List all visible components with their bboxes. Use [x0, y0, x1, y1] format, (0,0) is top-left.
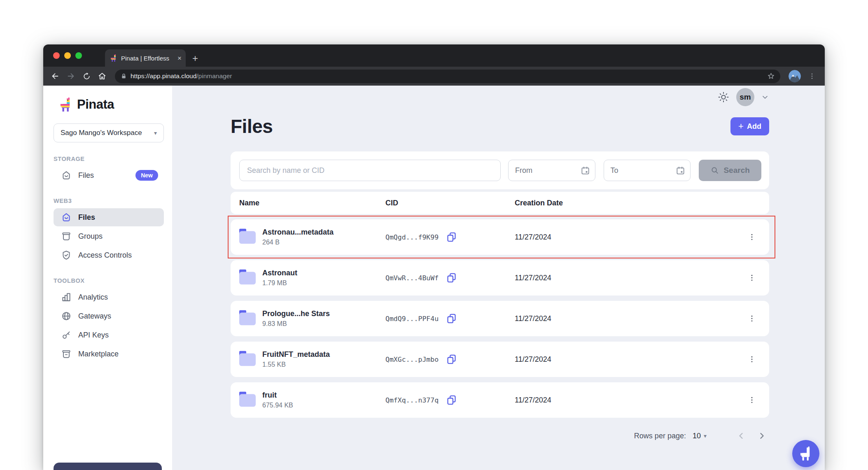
rows-per-page-select[interactable]: 10 ▾: [693, 432, 707, 440]
calendar-icon[interactable]: [581, 166, 590, 175]
sidebar-item-label: Analytics: [78, 293, 108, 302]
copy-cid-icon[interactable]: [446, 354, 457, 365]
pinata-logo[interactable]: Pinata: [43, 96, 172, 113]
search-icon: [710, 166, 719, 175]
copy-cid-icon[interactable]: [446, 232, 457, 243]
user-avatar[interactable]: sm: [736, 88, 754, 106]
shield-check-icon: [61, 250, 72, 261]
rows-per-page-label: Rows per page:: [634, 432, 686, 440]
tab-close-icon[interactable]: ×: [177, 55, 182, 62]
creation-date: 11/27/2024: [515, 314, 551, 323]
row-menu-kebab-icon[interactable]: [748, 396, 756, 404]
theme-toggle-sun-icon[interactable]: [717, 91, 730, 103]
creation-date: 11/27/2024: [515, 396, 551, 405]
table-row[interactable]: fruit 675.94 KB QmfXq...n377q 11/27/2024: [231, 382, 769, 418]
file-name: fruit: [262, 391, 293, 400]
sidebar-item-label: Gateways: [78, 312, 111, 321]
reload-icon[interactable]: [79, 69, 93, 83]
filter-bar: From To: [231, 151, 769, 189]
creation-date: 11/27/2024: [515, 355, 551, 364]
to-placeholder: To: [611, 166, 676, 175]
previous-page-icon[interactable]: [736, 431, 746, 441]
date-to-field[interactable]: To: [604, 160, 691, 181]
sidebar-item-marketplace[interactable]: Marketplace: [54, 345, 164, 363]
tab-favicon-pinata-icon: [110, 54, 117, 62]
main-area: sm Files + Add: [172, 86, 825, 470]
files-icon: [61, 212, 72, 223]
calendar-icon[interactable]: [676, 166, 685, 175]
sidebar-item-api-keys[interactable]: API Keys: [54, 326, 164, 344]
window-controls: [43, 44, 91, 67]
browser-tab[interactable]: Pinata | Effortless ×: [105, 49, 186, 67]
copy-cid-icon[interactable]: [446, 313, 457, 324]
page-title: Files: [231, 115, 273, 137]
next-page-icon[interactable]: [757, 431, 767, 441]
add-button[interactable]: + Add: [730, 117, 769, 135]
new-tab-button[interactable]: +: [192, 54, 198, 63]
sidebar-bottom-button[interactable]: [54, 463, 162, 470]
section-storage: STORAGE: [54, 156, 172, 162]
file-size: 675.94 KB: [262, 402, 293, 409]
column-cid: CID: [385, 199, 398, 207]
folder-icon: [239, 392, 256, 409]
search-button[interactable]: Search: [699, 160, 761, 181]
sidebar-item-label: Marketplace: [78, 350, 119, 358]
row-menu-kebab-icon[interactable]: [748, 233, 756, 241]
section-web3: WEB3: [54, 198, 172, 204]
sidebar-item-label: Access Controls: [78, 251, 132, 260]
chevron-down-icon: ▾: [704, 433, 707, 439]
browser-window: Pinata | Effortless × +: [43, 44, 825, 470]
sidebar-item-access-controls[interactable]: Access Controls: [54, 246, 164, 264]
lock-icon: [121, 73, 127, 79]
address-bar[interactable]: https://app.pinata.cloud/pinmanager: [115, 70, 780, 83]
sidebar-item-gateways[interactable]: Gateways: [54, 307, 164, 325]
search-input[interactable]: [239, 160, 501, 181]
zoom-window-button[interactable]: [75, 52, 82, 59]
column-creation-date: Creation Date: [515, 199, 563, 207]
copy-cid-icon[interactable]: [446, 395, 457, 406]
table-row[interactable]: Astronau...metadata 264 B QmQgd...f9K99 …: [231, 219, 769, 255]
date-from-field[interactable]: From: [508, 160, 595, 181]
sidebar-item-files-web3[interactable]: Files: [54, 208, 164, 226]
back-icon[interactable]: [48, 69, 62, 83]
sidebar-item-groups[interactable]: Groups: [54, 227, 164, 245]
browser-profile-avatar[interactable]: [789, 70, 801, 82]
row-menu-kebab-icon[interactable]: [748, 314, 756, 323]
file-name: Prologue...he Stars: [262, 309, 330, 318]
logo-text: Pinata: [77, 97, 114, 112]
pinata-chat-fab[interactable]: [792, 440, 819, 467]
sidebar-item-analytics[interactable]: Analytics: [54, 288, 164, 306]
folder-icon: [239, 351, 256, 368]
copy-cid-icon[interactable]: [446, 272, 457, 284]
table-row[interactable]: FruitNFT_metadata 1.55 KB QmXGc...pJmbo …: [231, 342, 769, 377]
file-cid: QmXGc...pJmbo: [385, 356, 439, 363]
sidebar-item-label: Files: [78, 213, 95, 222]
from-placeholder: From: [515, 166, 581, 175]
plus-icon: +: [738, 122, 744, 131]
bookmark-star-icon[interactable]: [767, 72, 775, 81]
pagination: Rows per page: 10 ▾: [231, 428, 769, 444]
file-name: Astronau...metadata: [262, 228, 334, 237]
browser-menu-kebab-icon[interactable]: [805, 69, 819, 83]
browser-tab-strip: Pinata | Effortless × +: [43, 44, 825, 67]
home-icon[interactable]: [95, 69, 109, 83]
row-menu-kebab-icon[interactable]: [748, 274, 756, 282]
forward-icon[interactable]: [64, 69, 78, 83]
row-menu-kebab-icon[interactable]: [748, 355, 756, 363]
tab-title: Pinata | Effortless: [121, 55, 174, 62]
file-size: 1.79 MB: [262, 279, 297, 287]
pinata-llama-icon: [59, 98, 73, 112]
workspace-selector[interactable]: Sago Mango's Workspace ▾: [54, 123, 164, 142]
table-row[interactable]: Prologue...he Stars 9.83 MB QmdQ9...PPF4…: [231, 301, 769, 336]
sidebar-item-files-storage[interactable]: Files New: [54, 166, 164, 184]
workspace-name: Sago Mango's Workspace: [61, 129, 154, 137]
minimize-window-button[interactable]: [64, 52, 71, 59]
close-window-button[interactable]: [53, 52, 60, 59]
folder-icon: [239, 310, 256, 327]
table-row[interactable]: Astronaut 1.79 MB QmVwR...4BuWf 11/27/20…: [231, 260, 769, 295]
file-name: Astronaut: [262, 269, 297, 277]
creation-date: 11/27/2024: [515, 233, 551, 242]
account-chevron-down-icon[interactable]: [761, 93, 769, 101]
globe-icon: [61, 311, 72, 321]
file-cid: QmdQ9...PPF4u: [385, 315, 439, 323]
